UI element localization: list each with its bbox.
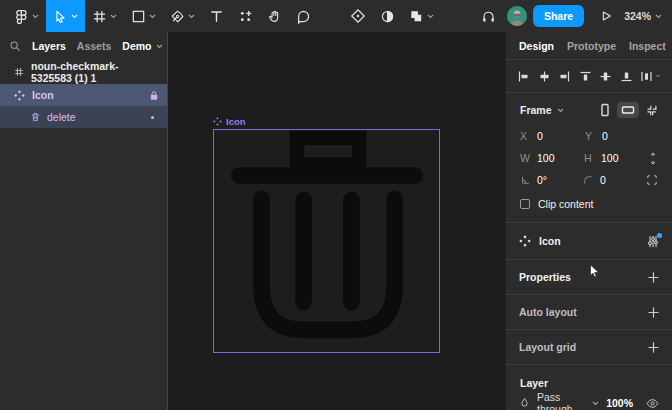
chevron-down-icon (32, 14, 39, 19)
auto-layout-label: Auto layout (519, 306, 577, 318)
search-icon[interactable] (9, 40, 21, 52)
tab-prototype[interactable]: Prototype (567, 40, 616, 52)
inspector-tabs: Design Prototype Inspect (506, 32, 672, 60)
comment-tool-button[interactable] (289, 0, 318, 32)
tab-assets[interactable]: Assets (77, 40, 111, 52)
pen-tool-button[interactable] (163, 0, 202, 32)
layer-header-label: Layer (520, 377, 548, 389)
layer-row-frame[interactable]: noun-checkmark-5325583 (1) 1 (0, 60, 167, 84)
corner-radius-field[interactable]: 0 (583, 174, 646, 186)
rotation-value: 0° (537, 174, 547, 186)
toolbar-object-group (343, 0, 441, 32)
align-horizontal-center-icon[interactable] (538, 70, 551, 83)
frame-type-dropdown[interactable]: Frame (520, 104, 564, 116)
align-vertical-center-icon[interactable] (599, 70, 612, 83)
chevron-down-icon (557, 108, 564, 113)
component-properties-icon[interactable] (647, 235, 659, 248)
height-label: H (584, 152, 601, 164)
hand-tool-button[interactable] (260, 0, 289, 32)
portrait-orientation-icon[interactable] (599, 103, 611, 117)
rotation-field[interactable]: 0° (520, 174, 583, 186)
align-left-icon[interactable] (517, 70, 530, 83)
mask-icon (380, 9, 395, 24)
shape-tool-button[interactable] (124, 0, 163, 32)
width-value: 100 (537, 152, 555, 164)
align-top-icon[interactable] (579, 70, 592, 83)
boolean-operations-button[interactable] (402, 0, 441, 32)
height-value: 100 (601, 152, 619, 164)
add-auto-layout-icon[interactable] (648, 307, 659, 318)
layer-row-icon-component[interactable]: Icon (0, 84, 167, 106)
move-cursor-icon (53, 9, 68, 24)
blend-droplet-icon[interactable] (519, 397, 530, 409)
resources-icon (238, 9, 253, 24)
clip-content-checkbox[interactable] (520, 199, 530, 209)
align-bottom-icon[interactable] (620, 70, 633, 83)
properties-label: Properties (519, 271, 571, 283)
resources-tool-button[interactable] (231, 0, 260, 32)
lock-icon[interactable] (149, 90, 159, 101)
selected-frame[interactable]: Icon (213, 129, 440, 353)
height-field[interactable]: H 100 (584, 152, 648, 164)
layer-row-delete-instance[interactable]: delete (0, 106, 167, 128)
chevron-down-icon (110, 14, 117, 19)
y-label: Y (585, 130, 602, 142)
properties-section[interactable]: Properties (506, 260, 672, 295)
user-avatar[interactable] (507, 6, 527, 26)
add-layout-grid-icon[interactable] (648, 342, 659, 353)
eye-icon[interactable] (646, 398, 659, 409)
boolean-union-icon (409, 9, 424, 24)
component-row[interactable]: Icon (506, 223, 672, 260)
layer-name: noun-checkmark-5325583 (1) 1 (31, 60, 159, 84)
instance-marker (151, 116, 159, 119)
clip-content-label: Clip content (538, 198, 593, 210)
independent-corners-icon[interactable] (646, 174, 658, 186)
canvas[interactable]: Icon (169, 32, 505, 410)
panel-tabs: Layers Assets Demo (0, 32, 167, 60)
add-property-icon[interactable] (648, 272, 659, 283)
zoom-level-value: 324% (624, 10, 651, 22)
rectangle-icon (131, 9, 146, 24)
tab-design[interactable]: Design (519, 40, 554, 52)
opacity-value[interactable]: 100% (606, 397, 633, 409)
tab-inspect[interactable]: Inspect (629, 40, 666, 52)
landscape-orientation-icon[interactable] (617, 102, 639, 118)
hand-icon (267, 9, 282, 24)
x-label: X (520, 130, 537, 142)
constrain-proportions-icon[interactable] (648, 152, 658, 165)
selection-label-text: Icon (226, 116, 246, 127)
frame-tool-button[interactable] (85, 0, 124, 32)
y-field[interactable]: Y 0 (585, 130, 650, 142)
width-field[interactable]: W 100 (520, 152, 584, 164)
headphones-icon (481, 9, 496, 24)
mask-button[interactable] (373, 0, 402, 32)
zoom-level-control[interactable]: 324% (620, 10, 664, 22)
auto-layout-section[interactable]: Auto layout (506, 295, 672, 330)
component-icon (14, 90, 25, 101)
selection-label[interactable]: Icon (213, 116, 246, 127)
alignment-toolbar (506, 60, 672, 93)
page-selector[interactable]: Demo (122, 40, 162, 52)
main-menu-button[interactable] (6, 0, 46, 32)
inspector-panel: Design Prototype Inspect (505, 32, 672, 410)
component-diamond-icon (350, 8, 366, 24)
move-tool-button[interactable] (46, 0, 85, 32)
resize-to-fit-icon[interactable] (645, 104, 658, 117)
distribute-spacing-icon[interactable] (640, 70, 661, 83)
create-component-button[interactable] (343, 0, 373, 32)
x-field[interactable]: X 0 (520, 130, 585, 142)
trash-icon (31, 112, 40, 122)
toolbar-right-group: Share 324% (474, 0, 672, 32)
width-label: W (520, 152, 537, 164)
layer-name: delete (47, 111, 76, 123)
share-button[interactable]: Share (533, 5, 584, 27)
layout-grid-section[interactable]: Layout grid (506, 330, 672, 365)
present-button[interactable] (592, 0, 620, 32)
blend-mode-dropdown[interactable]: Pass through (537, 391, 599, 410)
audio-call-button[interactable] (474, 0, 503, 32)
text-tool-button[interactable] (202, 0, 231, 32)
chevron-down-icon (592, 401, 599, 406)
play-icon (599, 9, 613, 23)
align-right-icon[interactable] (558, 70, 571, 83)
tab-layers[interactable]: Layers (32, 40, 66, 52)
